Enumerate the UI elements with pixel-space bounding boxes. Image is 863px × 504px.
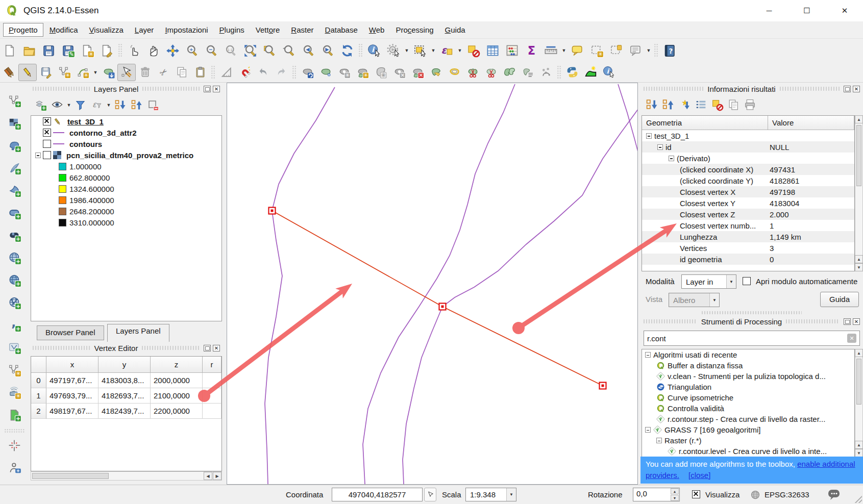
spin-up-icon[interactable]: ▲ (671, 488, 679, 494)
scroll-right-icon[interactable]: ▶ (213, 472, 221, 480)
layer-visibility-checkbox[interactable] (43, 117, 51, 125)
vertex-cell[interactable]: 2000,0000 (151, 373, 203, 388)
simplify-feature-icon[interactable] (316, 64, 335, 81)
fill-ring-icon[interactable]: ✳ (372, 64, 390, 81)
menu-progetto[interactable]: Progetto (3, 23, 43, 37)
vertex-cell[interactable]: 4182439,7... (98, 404, 151, 419)
scale-combo[interactable]: 1:9.348▼ (465, 488, 516, 501)
vertex-cell[interactable]: 4183003,8... (98, 373, 151, 388)
identify-vscrollbar[interactable]: ▲ ▲ ▼ (855, 115, 863, 271)
close-panel-icon[interactable]: ✕ (853, 86, 860, 92)
split-features-icon[interactable] (463, 64, 482, 81)
menu-layer[interactable]: Layer (130, 23, 159, 36)
rotate-feature-icon[interactable] (298, 64, 316, 81)
composer-manager-icon[interactable] (97, 41, 116, 60)
menu-plugins[interactable]: Plugins (214, 23, 250, 36)
scroll-down-icon[interactable]: ▼ (855, 263, 863, 271)
zoom-last-icon[interactable]: ◀ (299, 41, 318, 60)
render-checkbox[interactable] (692, 490, 700, 498)
layer-visibility-icon[interactable] (49, 97, 65, 113)
add-wfs-layer-icon[interactable]: + (5, 294, 24, 312)
guida-button[interactable]: Guida (820, 292, 859, 307)
close-panel-icon[interactable]: ✕ (213, 86, 220, 92)
zoom-native-icon[interactable]: 1:1 (221, 41, 240, 60)
vertex-cell[interactable]: 4182693,7... (98, 388, 151, 404)
new-project-icon[interactable] (0, 41, 19, 60)
menu-guida[interactable]: Guida (440, 23, 471, 36)
vertex-row-header[interactable]: 0 (31, 373, 46, 388)
dropdown-arrow-icon[interactable]: ▼ (105, 96, 112, 114)
menu-impostazioni[interactable]: Impostazioni (160, 23, 213, 36)
delete-selected-icon[interactable] (136, 64, 154, 81)
collapse-expander-icon[interactable] (657, 144, 663, 150)
vertex-cell[interactable]: 2100,0000 (151, 388, 203, 404)
mouse-position-toggle-icon[interactable] (424, 488, 436, 501)
map-tips-icon[interactable] (568, 41, 587, 60)
collapse-expander-icon[interactable] (646, 133, 652, 139)
dropdown-arrow-icon[interactable]: ▼ (92, 64, 99, 81)
maximize-button[interactable]: ☐ (792, 0, 822, 21)
deselect-all-icon[interactable] (463, 41, 483, 60)
identify-row[interactable]: id geometria0 (642, 254, 854, 265)
vertex-row-header[interactable]: 2 (31, 404, 46, 419)
dropdown-arrow-icon[interactable]: ▼ (645, 42, 652, 59)
remove-layer-icon[interactable] (145, 97, 161, 113)
identify-features-icon[interactable]: i (364, 41, 384, 60)
measure-icon[interactable] (541, 41, 560, 60)
open-project-icon[interactable] (19, 41, 39, 60)
help-icon[interactable]: ? (660, 41, 679, 60)
float-panel-icon[interactable] (844, 86, 851, 92)
attribute-table-icon[interactable] (483, 41, 502, 60)
identify-row[interactable]: idNULL (642, 141, 854, 153)
scroll-left-icon[interactable]: ◀ (204, 472, 212, 480)
algorithm-item[interactable]: Algoritmi usati di recente (642, 349, 854, 360)
new-geopackage-layer-icon[interactable]: + (5, 406, 24, 424)
new-bookmark-icon[interactable]: ✳ (587, 41, 606, 60)
modalita-combo[interactable]: Layer in▼ (681, 274, 736, 289)
vertex-cell[interactable] (203, 388, 221, 404)
menu-database[interactable]: Database (320, 23, 363, 36)
pan-to-selection-icon[interactable] (163, 41, 182, 60)
touch-zoom-icon[interactable] (124, 41, 143, 60)
tab-browser-panel[interactable]: Browser Panel (37, 325, 104, 340)
vertex-cell[interactable] (203, 404, 221, 419)
identify-row[interactable]: Closest vertex Y4183004 (642, 197, 854, 209)
identify-row[interactable]: Closest vertex X497198 (642, 186, 854, 197)
add-virtual-layer-icon[interactable]: + (5, 339, 24, 357)
expand-tree-icon[interactable] (644, 96, 660, 113)
algorithm-item[interactable]: r.contour.level - Crea curve di livello … (642, 446, 854, 457)
add-vector-layer-icon[interactable]: + (5, 92, 24, 110)
identify-row[interactable]: Vertices3 (642, 242, 854, 254)
collapse-expander-icon[interactable] (645, 352, 651, 358)
close-notification-link[interactable]: [close] (688, 471, 710, 480)
dropdown-arrow-icon[interactable]: ▼ (456, 42, 463, 59)
results-view-mode-icon[interactable] (693, 96, 709, 113)
coordinate-input[interactable]: 497040,4182577 (332, 488, 423, 501)
layer-visibility-checkbox[interactable] (43, 129, 51, 137)
cad-tools-icon[interactable] (217, 64, 235, 81)
add-wms-layer-icon[interactable]: + (5, 249, 24, 267)
menu-web[interactable]: Web (364, 23, 390, 36)
dropdown-arrow-icon[interactable]: ▼ (65, 96, 72, 114)
float-panel-icon[interactable] (204, 345, 211, 351)
copy-results-icon[interactable] (725, 96, 742, 113)
merge-features-icon[interactable] (500, 64, 519, 81)
collapse-expander-icon[interactable] (645, 427, 651, 433)
add-feature-icon[interactable]: ✳ (55, 64, 73, 81)
show-bookmarks-icon[interactable] (606, 41, 626, 60)
python-console-icon[interactable] (563, 64, 581, 81)
filter-legend-icon[interactable] (72, 97, 89, 113)
add-oracle-layer-icon[interactable]: + (5, 204, 24, 222)
dropdown-arrow-icon[interactable]: ▼ (403, 42, 410, 59)
layer-item[interactable]: contours (31, 138, 221, 149)
vista-combo[interactable]: Albero▼ (669, 293, 720, 307)
zoom-in-icon[interactable]: + (182, 41, 202, 60)
pan-map-icon[interactable] (143, 41, 163, 60)
crs-globe-icon[interactable] (750, 490, 760, 500)
algorithm-item[interactable]: Raster (r.*) (642, 435, 854, 446)
identify-row[interactable]: Closest vertex Z2.000 (642, 209, 854, 220)
new-shapefile-layer-icon[interactable]: ✳ (5, 361, 24, 380)
identify-row[interactable]: Closest vertex numb...1 (642, 220, 854, 231)
zoom-to-selection-icon[interactable] (260, 41, 279, 60)
scroll-up-icon[interactable]: ▲ (855, 441, 863, 449)
